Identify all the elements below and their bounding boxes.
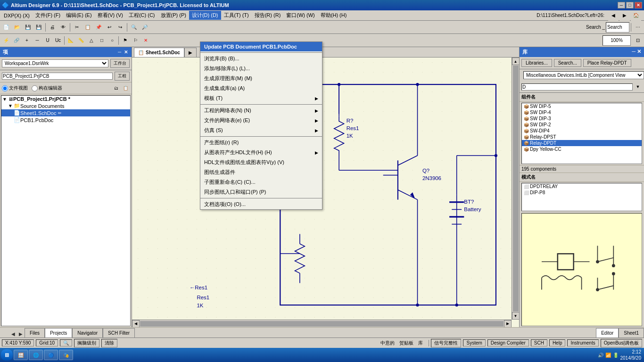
- maximize-button[interactable]: □: [626, 2, 634, 8]
- sch-route4[interactable]: □: [97, 35, 107, 46]
- sch-route1[interactable]: 📐: [66, 35, 76, 46]
- menu-reports[interactable]: 报告(R) (R): [252, 11, 284, 20]
- nav-forward[interactable]: ▶: [619, 10, 630, 21]
- scroll-right-btn[interactable]: ▶: [504, 320, 512, 328]
- help-status[interactable]: Help: [549, 339, 566, 346]
- menu-window[interactable]: 窗口(W) (W): [283, 11, 317, 20]
- sch-status[interactable]: SCH: [531, 339, 547, 346]
- scroll-down-btn[interactable]: ▼: [512, 312, 520, 320]
- toolbar-new[interactable]: 📄: [1, 22, 11, 33]
- sch-route2[interactable]: 📏: [76, 35, 86, 46]
- taskbar-app2[interactable]: 🌐: [29, 350, 43, 360]
- toolbar-undo[interactable]: ↩: [104, 22, 115, 33]
- libraries-close-btn[interactable]: ✕: [637, 49, 641, 54]
- toolbar-zoom-out[interactable]: 🔎: [140, 22, 150, 33]
- libraries-minimize-btn[interactable]: ─: [632, 49, 636, 54]
- clear-btn[interactable]: 清除: [101, 339, 117, 347]
- comp-dpy-yellow[interactable]: 📦 Dpy Yellow-CC: [522, 146, 642, 152]
- zoom-level[interactable]: 100%: [603, 35, 631, 46]
- menu-edit[interactable]: 编辑(E) (E): [63, 11, 94, 20]
- component-list[interactable]: 📦 SW DIP-5 📦 SW DIP-4 📦 SW DIP-3 📦 SW DI…: [521, 103, 642, 164]
- sch-btn5[interactable]: U: [42, 35, 53, 46]
- sch-btn2[interactable]: 🔗: [11, 35, 22, 46]
- comp-sw-dip4b[interactable]: 📦 SW-DIP4: [522, 128, 642, 134]
- search-btn[interactable]: Search...: [554, 59, 581, 67]
- toolbar-copy[interactable]: 📋: [83, 22, 93, 33]
- system-status[interactable]: System: [463, 339, 485, 346]
- toolbar-redo[interactable]: ↪: [115, 22, 125, 33]
- scroll-track-h[interactable]: [140, 321, 504, 327]
- taskbar-app1[interactable]: 🪟: [14, 350, 28, 360]
- sch-btn1[interactable]: ⚡: [1, 35, 11, 46]
- place-relay-btn[interactable]: Place Relay-DPDT: [583, 59, 631, 67]
- comp-sw-dip3[interactable]: 📦 SW DIP-3: [522, 115, 642, 122]
- libraries-btn[interactable]: Libraries...: [521, 59, 552, 67]
- menu-file[interactable]: 文件(F) (F): [33, 11, 63, 20]
- scroll-track-v[interactable]: [513, 66, 519, 312]
- menu-help[interactable]: 帮助(H) (H): [318, 11, 350, 20]
- toolbar-print[interactable]: 🖨: [47, 22, 58, 33]
- close-button[interactable]: ✕: [635, 2, 642, 8]
- comp-relay-dpst[interactable]: 📦 Relay-DPST: [522, 134, 642, 140]
- menu-view[interactable]: 察看(V) (V): [95, 11, 126, 20]
- panel-close-btn[interactable]: ✕: [123, 49, 129, 55]
- view-icon2[interactable]: 📋: [121, 84, 130, 92]
- menu-dxp[interactable]: DXP(X) (X): [1, 12, 33, 19]
- schematic-canvas[interactable]: R? Res1 1K: [132, 58, 519, 327]
- view-struct-radio[interactable]: 构在编辑器: [32, 85, 62, 91]
- toolbar-save[interactable]: 💾: [23, 22, 33, 33]
- minimize-button[interactable]: ─: [618, 2, 625, 8]
- tab-nav-right[interactable]: ▶: [17, 330, 25, 337]
- tab-editor[interactable]: Editor: [596, 328, 619, 337]
- tab-nav-left[interactable]: ◀: [9, 330, 17, 337]
- tab-navigator[interactable]: Navigator: [72, 328, 103, 337]
- sch-route5[interactable]: ○: [107, 35, 117, 46]
- sch-btn4[interactable]: ─: [32, 35, 42, 46]
- zoom-fit[interactable]: ⊡: [633, 35, 643, 46]
- panel-minimize-btn[interactable]: ─: [117, 49, 122, 55]
- menu-project[interactable]: 工程(C) (C): [126, 11, 158, 20]
- toolbar-open[interactable]: 📂: [12, 22, 22, 33]
- comp-sw-dip5[interactable]: 📦 SW DIP-5: [522, 103, 642, 109]
- schematic-scrollbar-vertical[interactable]: ▲ ▼: [512, 58, 519, 320]
- tab-sch-filter[interactable]: SCH Filter: [103, 328, 135, 337]
- schematic-scrollbar-horizontal[interactable]: ◀ ▶: [132, 320, 512, 327]
- toolbar-more[interactable]: ⋯: [633, 22, 643, 33]
- model-dpdtrelay[interactable]: ⬜ DPDTRELAY: [522, 183, 642, 189]
- scroll-left-btn[interactable]: ◀: [132, 320, 140, 328]
- openbus-status[interactable]: OpenBus|调色板: [601, 339, 642, 347]
- model-dip-p8[interactable]: ⬜ DIP-P8: [522, 189, 642, 196]
- tab-sheet1[interactable]: Sheet1: [619, 328, 644, 337]
- tree-item-source-docs[interactable]: ▼ 📁 Source Documents: [1, 102, 130, 109]
- tree-item-schematic[interactable]: 📄 Sheet1.SchDoc ✏: [1, 109, 130, 116]
- comp-sw-dip4a[interactable]: 📦 SW DIP-4: [522, 109, 642, 115]
- tab-projects[interactable]: Projects: [45, 328, 72, 337]
- doc-tab-more[interactable]: ▶: [184, 48, 197, 57]
- taskbar-app4[interactable]: 🎭: [59, 350, 73, 360]
- model-list[interactable]: ⬜ DPDTRELAY ⬜ DIP-P8: [521, 183, 642, 211]
- toolbar-cut[interactable]: ✂: [72, 22, 82, 33]
- design-compiler[interactable]: Design Compiler: [487, 339, 529, 346]
- sch-flag1[interactable]: ⚑: [120, 35, 130, 46]
- nav-back[interactable]: ◀: [608, 10, 619, 21]
- sch-flag2[interactable]: ⚐: [130, 35, 140, 46]
- nav-home[interactable]: 🏠: [631, 10, 641, 21]
- menu-design[interactable]: 设计(D) (D): [189, 11, 221, 20]
- toolbar-preview[interactable]: 👁: [58, 22, 68, 33]
- menu-place[interactable]: 放置(P) (P): [158, 11, 189, 20]
- signal-integrity[interactable]: 信号完整性: [431, 339, 461, 347]
- lib-select[interactable]: Miscellaneous Devices.IntLib [Component …: [523, 71, 644, 79]
- work-station-btn[interactable]: 工作台: [110, 59, 130, 68]
- view-icon1[interactable]: 🗂: [112, 84, 120, 92]
- project-input[interactable]: [2, 73, 113, 80]
- comp-relay-dpdt[interactable]: 📦 Relay-DPDT: [522, 140, 642, 146]
- start-button[interactable]: ⊞: [1, 349, 13, 361]
- project-tree[interactable]: ▼ 🖥 PCB_Project1.PrjPCB * ▼ 📁 Source Doc…: [1, 95, 131, 326]
- toolbar-zoom-in[interactable]: 🔍: [129, 22, 139, 33]
- magnify-icon[interactable]: 🔍: [60, 339, 72, 346]
- filter-dropdown-btn[interactable]: ▼: [634, 82, 642, 91]
- toolbar-saveall[interactable]: 💾: [33, 22, 44, 33]
- sch-btn3[interactable]: +: [22, 35, 32, 46]
- scroll-up-btn[interactable]: ▲: [512, 58, 520, 65]
- workspace-select[interactable]: Workspace1.DsnWrk: [2, 59, 108, 67]
